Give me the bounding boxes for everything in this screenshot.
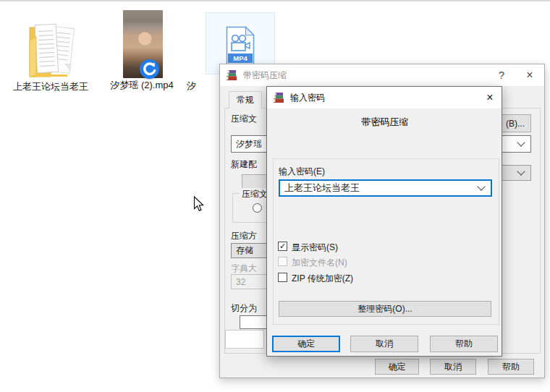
- tab-general[interactable]: 常规: [229, 91, 262, 108]
- archive-name-value: 汐梦瑶: [236, 136, 262, 152]
- format-radio[interactable]: [253, 203, 262, 213]
- show-password-checkbox[interactable]: ✓: [278, 242, 287, 251]
- close-icon[interactable]: ×: [517, 64, 543, 86]
- compress-ok-button[interactable]: 确定: [375, 359, 419, 375]
- help-button[interactable]: ?: [488, 64, 515, 86]
- password-help-button[interactable]: 帮助: [430, 336, 498, 352]
- mouse-cursor-icon: [193, 196, 204, 212]
- chevron-down-icon[interactable]: [517, 167, 525, 175]
- folder-label[interactable]: 上老王论坛当老王: [13, 81, 88, 92]
- password-input[interactable]: 上老王论坛当老王: [279, 179, 492, 197]
- dictionary-value: 32: [236, 275, 245, 289]
- encrypt-filenames-label: 加密文件名(N): [292, 257, 347, 269]
- password-dialog-header: 带密码压缩: [267, 116, 503, 129]
- method-value: 存储: [236, 244, 253, 257]
- mp4-file-icon[interactable]: MP4: [226, 26, 255, 65]
- format-group-label: 压缩文: [240, 188, 270, 200]
- profile-label: 新建配: [231, 158, 257, 171]
- compress-titlebar[interactable]: 带密码压缩 ? ×: [220, 64, 544, 86]
- password-cancel-button[interactable]: 取消: [350, 336, 418, 352]
- show-password-label[interactable]: 显示密码(S): [292, 242, 338, 254]
- encrypt-filenames-checkbox: [278, 257, 287, 266]
- mp4-label-fragment[interactable]: 汐: [187, 80, 196, 93]
- screen-top-edge: [0, 0, 550, 1]
- volume-size-box[interactable]: [225, 330, 264, 349]
- dictionary-label: 字典大: [231, 263, 257, 275]
- zip-legacy-checkbox[interactable]: [278, 273, 287, 282]
- check-icon: ✓: [279, 242, 286, 251]
- archive-name-label: 压缩文: [231, 113, 257, 125]
- folder-icon[interactable]: [25, 19, 77, 82]
- chevron-down-icon[interactable]: [477, 182, 485, 190]
- close-icon[interactable]: ×: [477, 87, 503, 108]
- winrar-icon: [273, 92, 284, 103]
- mp4-badge-text: MP4: [233, 54, 248, 62]
- password-titlebar[interactable]: 输入密码 ×: [267, 87, 502, 108]
- zip-legacy-label[interactable]: ZIP 传统加密(Z): [292, 273, 353, 285]
- compress-help-button[interactable]: 帮助: [488, 359, 534, 375]
- method-label: 压缩方: [231, 230, 257, 242]
- password-dialog: 输入密码 × 带密码压缩 输入密码(E) 上老王论坛当老王 ✓ 显示密码(S) …: [266, 86, 502, 357]
- sync-badge-icon: [140, 59, 159, 79]
- video-label[interactable]: 汐梦瑶 (2).mp4: [98, 80, 185, 90]
- chevron-down-icon[interactable]: [517, 138, 525, 146]
- winrar-icon: [226, 69, 237, 81]
- password-value: 上老王论坛当老王: [284, 181, 360, 195]
- split-volume-label: 切分为: [231, 302, 257, 315]
- compress-cancel-button[interactable]: 取消: [430, 359, 476, 375]
- password-ok-button[interactable]: 确定: [272, 336, 340, 352]
- password-dialog-title: 输入密码: [290, 87, 325, 108]
- compress-dialog-title: 带密码压缩: [243, 64, 287, 86]
- organize-passwords-button[interactable]: 整理密码(O)...: [279, 301, 491, 317]
- password-label: 输入密码(E): [279, 166, 325, 178]
